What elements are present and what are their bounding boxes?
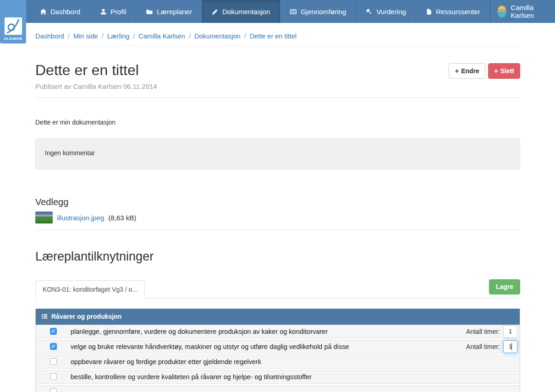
table-header-label: Råvarer og produksjon: [51, 313, 121, 320]
plus-icon: +: [494, 67, 498, 75]
hours-control: Antall timer:: [466, 325, 520, 338]
nav-item-profil[interactable]: Profil: [90, 0, 136, 23]
breadcrumb: Dashbord / Min side / Lærling / Camilla …: [35, 23, 520, 46]
home-icon: [40, 8, 47, 15]
curriculum-table-header: Råvarer og produksjon: [36, 309, 520, 325]
curriculum-tabs: KON3-01: konditorfaget Vg3 / o... Lagre: [35, 279, 520, 299]
attachments-heading: Vedlegg: [35, 197, 520, 207]
divider: [35, 97, 520, 98]
nav-item-dokumentasjon[interactable]: Dokumentasjon: [202, 0, 280, 23]
row-text: velge og bruke relevante håndverktøy, ma…: [71, 343, 349, 350]
breadcrumb-dokumentasjon[interactable]: Dokumentasjon: [194, 33, 241, 40]
journal-icon: [290, 8, 297, 15]
row-checkbox[interactable]: [50, 343, 57, 350]
user-icon: [100, 8, 107, 15]
nav-label: Gjennomføring: [301, 8, 346, 16]
hours-input[interactable]: [503, 340, 517, 353]
nav-label: Dokumentasjon: [222, 8, 270, 16]
nav-item-laereplaner[interactable]: Læreplaner: [136, 0, 202, 23]
slett-button[interactable]: + Slett: [488, 63, 520, 79]
breadcrumb-laerling[interactable]: Lærling: [107, 33, 129, 40]
nav-label: Læreplaner: [157, 8, 192, 16]
comment-box: Ingen kommentar: [35, 138, 520, 169]
slett-label: Slett: [500, 67, 514, 75]
attachment-thumbnail[interactable]: [35, 212, 53, 223]
list-icon: [41, 313, 48, 320]
documentation-text: Dette er min dokumentasjon: [35, 119, 520, 126]
nav-item-dashbord[interactable]: Dashbord: [30, 0, 90, 23]
breadcrumb-separator: /: [68, 33, 70, 40]
hours-input[interactable]: [503, 325, 517, 338]
attachment-size: (8,63 kB): [108, 214, 136, 222]
avatar: [497, 5, 507, 18]
file-icon: [426, 8, 432, 15]
nav-item-ressurssenter[interactable]: Ressurssenter: [416, 0, 490, 23]
page-title: Dette er en tittel: [35, 62, 157, 78]
row-text: oppbevare råvarer og ferdige produkter e…: [71, 358, 261, 365]
breadcrumb-min-side[interactable]: Min side: [73, 33, 98, 40]
text-caret: [511, 343, 512, 350]
logo-glyph-icon: [5, 18, 21, 34]
logo-mark: [5, 17, 22, 35]
breadcrumb-current-page[interactable]: Dette er en tittel: [250, 33, 297, 40]
nav-item-vurdering[interactable]: Vurdering: [356, 0, 416, 23]
nav-label: Vurdering: [376, 8, 406, 16]
breadcrumb-separator: /: [189, 33, 191, 40]
logo-text: OLKWEB: [4, 37, 22, 41]
pencil-icon: [212, 8, 219, 15]
user-menu[interactable]: Camilla Karlsen: [490, 0, 555, 23]
main-nav: Dashbord Profil Læreplaner Dokumentasjon: [30, 0, 490, 23]
nav-item-gjennomforing[interactable]: Gjennomføring: [280, 0, 356, 23]
endre-label: Endre: [461, 67, 479, 75]
published-byline: Publisert av Camilla Karlsen 06.11.2014: [35, 82, 157, 90]
comment-text: Ingen kommentar: [45, 149, 95, 157]
tab-kon3-01[interactable]: KON3-01: konditorfaget Vg3 / o...: [35, 280, 145, 299]
curriculum-heading: Læreplantilknytninger: [35, 250, 520, 264]
olkweb-logo[interactable]: OLKWEB: [0, 0, 26, 44]
curriculum-table: Råvarer og produksjon planlegge, gjennom…: [35, 309, 520, 392]
lagre-button[interactable]: Lagre: [489, 279, 520, 294]
hours-label: Antall timer:: [466, 343, 500, 350]
top-navbar: OLKWEB Dashbord Profil Læreplaner: [0, 0, 555, 23]
hours-control: Antall timer:: [466, 340, 520, 353]
attachment-item: illustrasjon.jpeg (8,63 kB): [35, 212, 520, 223]
gavel-icon: [366, 8, 373, 15]
table-row: planlegge, gjennomføre, vurdere og dokum…: [36, 325, 520, 338]
row-checkbox[interactable]: [50, 388, 57, 392]
table-row: Antall timer:: [36, 385, 520, 392]
row-text: bestille, kontrollere og vurdere kvalite…: [71, 373, 312, 381]
user-name: Camilla Karlsen: [511, 4, 548, 19]
breadcrumb-separator: /: [133, 33, 135, 40]
hours-label: Antall timer:: [466, 328, 500, 335]
breadcrumb-separator: /: [244, 33, 246, 40]
plus-icon: +: [455, 67, 459, 75]
main-container: Dashbord / Min side / Lærling / Camilla …: [35, 23, 520, 392]
breadcrumb-separator: /: [102, 33, 104, 40]
breadcrumb-camilla-karlsen[interactable]: Camilla Karlsen: [138, 33, 185, 40]
nav-label: Dashbord: [50, 8, 80, 16]
row-checkbox[interactable]: [50, 328, 57, 335]
table-row: oppbevare råvarer og ferdige produkter e…: [36, 355, 520, 369]
divider: [35, 230, 520, 230]
table-row: bestille, kontrollere og vurdere kvalite…: [36, 370, 520, 384]
breadcrumb-dashbord[interactable]: Dashbord: [35, 33, 64, 40]
row-checkbox[interactable]: [50, 373, 57, 380]
page-actions: + Endre + Slett: [449, 63, 520, 90]
nav-label: Profil: [110, 8, 126, 16]
row-text: planlegge, gjennomføre, vurdere og dokum…: [71, 328, 328, 335]
row-checkbox[interactable]: [50, 358, 57, 365]
nav-label: Ressurssenter: [436, 8, 480, 16]
page-header: Dette er en tittel Publisert av Camilla …: [35, 62, 520, 90]
table-row: velge og bruke relevante håndverktøy, ma…: [36, 340, 520, 354]
endre-button[interactable]: + Endre: [449, 63, 485, 79]
folder-icon: [146, 8, 153, 15]
attachment-link[interactable]: illustrasjon.jpeg: [57, 214, 104, 222]
